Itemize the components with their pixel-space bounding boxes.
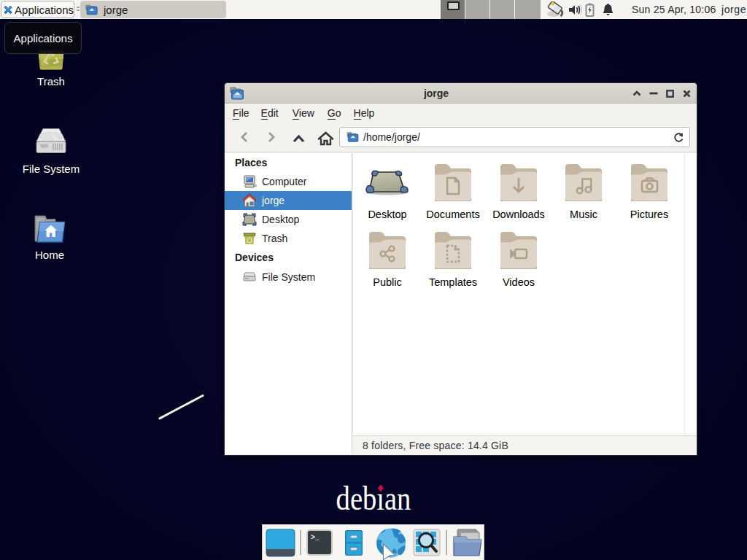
svg-text:>_: >_ bbox=[311, 534, 320, 542]
